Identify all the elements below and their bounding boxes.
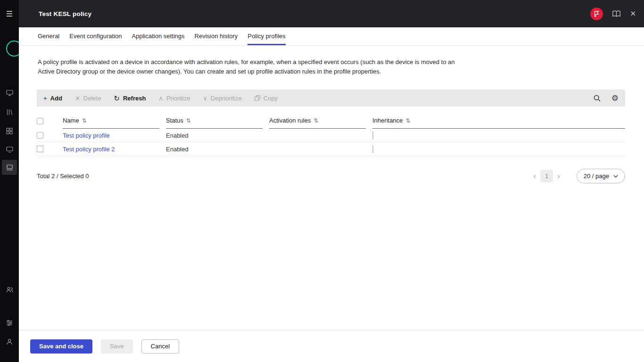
toolbar-right-actions: ⚙ [593, 94, 619, 102]
tab-policy-profiles[interactable]: Policy profiles [248, 27, 285, 45]
column-header-status[interactable]: Status ⇅ [166, 117, 263, 129]
refresh-button[interactable]: ↻ Refresh [114, 95, 146, 102]
copy-button[interactable]: Copy [255, 95, 278, 102]
policy-profiles-description: A policy profile is activated on a devic… [38, 58, 456, 76]
devices-icon[interactable] [0, 147, 19, 153]
sort-icon: ⇅ [314, 117, 318, 124]
policies-nav-item-selected[interactable] [2, 160, 17, 175]
page-size-value: 20 / page [584, 173, 609, 180]
pagination-row: Total 2 / Selected 0 ‹ 1 › 20 / page [37, 169, 625, 183]
chevron-down-icon: ∨ [203, 95, 207, 101]
titlebar-actions: ✕ [590, 8, 644, 20]
table-row: Test policy profile 2 Enabled [37, 142, 625, 156]
column-header-activation-rules[interactable]: Activation rules ⇅ [269, 117, 366, 129]
assets-icon[interactable] [0, 109, 19, 115]
settings-sliders-icon[interactable] [0, 320, 19, 326]
applications-grid-icon[interactable] [0, 128, 19, 134]
tab-event-configuration[interactable]: Event configuration [69, 27, 122, 45]
pager: ‹ 1 › 20 / page [529, 169, 625, 183]
save-and-close-button[interactable]: Save and close [30, 339, 92, 354]
save-button[interactable]: Save [101, 339, 133, 354]
chevron-down-icon [613, 175, 618, 178]
column-header-inheritance[interactable]: Inheritance ⇅ [372, 117, 625, 129]
policy-properties-panel: General Event configuration Application … [19, 27, 644, 362]
add-button[interactable]: + Add [43, 95, 62, 102]
select-all-checkbox[interactable] [37, 118, 43, 124]
sort-icon: ⇅ [82, 117, 87, 124]
close-icon[interactable]: ✕ [630, 9, 636, 18]
main-menu-hamburger-icon[interactable]: ☰ [0, 0, 19, 27]
chevron-up-icon: ∧ [158, 95, 163, 101]
console-account-icon[interactable] [0, 338, 19, 345]
policy-tabs: General Event configuration Application … [19, 27, 644, 46]
prioritize-button-label: Prioritize [166, 95, 190, 102]
license-status-badge[interactable] [590, 8, 603, 20]
users-icon[interactable] [0, 287, 19, 293]
refresh-button-label: Refresh [123, 95, 146, 102]
inheritance-checkbox-disabled [372, 132, 373, 140]
column-settings-gear-icon[interactable]: ⚙ [611, 94, 619, 102]
current-page-button[interactable]: 1 [540, 170, 553, 182]
tab-application-settings[interactable]: Application settings [132, 27, 185, 45]
delete-button[interactable]: ✕ Delete [75, 95, 101, 102]
left-nav-sidebar: ☰ [0, 0, 19, 362]
profiles-toolbar: + Add ✕ Delete ↻ Refresh ∧ Prioritize ∨ … [37, 90, 625, 107]
row-checkbox[interactable] [37, 132, 43, 139]
row-checkbox[interactable] [37, 146, 43, 152]
profile-name-link[interactable]: Test policy profile 2 [63, 146, 115, 153]
table-header-row: Name ⇅ Status ⇅ Activation rules ⇅ Inher… [37, 117, 625, 129]
tab-revision-history[interactable]: Revision history [195, 27, 238, 45]
table-row: Test policy profile Enabled [37, 129, 625, 142]
refresh-icon: ↻ [114, 95, 120, 102]
copy-icon [255, 95, 260, 101]
help-documentation-icon[interactable] [612, 10, 621, 17]
column-header-activation-rules-label: Activation rules [269, 117, 311, 124]
delete-x-icon: ✕ [75, 95, 80, 101]
profile-status: Enabled [166, 146, 263, 153]
kaspersky-logo-icon [6, 41, 19, 57]
sort-icon: ⇅ [405, 117, 410, 124]
next-page-chevron-icon[interactable]: › [553, 172, 564, 180]
inheritance-checkbox-disabled [372, 145, 373, 153]
column-header-status-label: Status [166, 117, 183, 124]
page-size-dropdown[interactable]: 20 / page [577, 169, 625, 183]
cancel-button[interactable]: Cancel [141, 339, 179, 354]
tab-general[interactable]: General [38, 27, 59, 45]
profile-status: Enabled [166, 132, 263, 139]
deprioritize-button-label: Deprioritize [211, 95, 242, 102]
deprioritize-button[interactable]: ∨ Deprioritize [203, 95, 241, 102]
profile-name-link[interactable]: Test policy profile [63, 132, 110, 139]
action-footer: Save and close Save Cancel [19, 330, 644, 362]
column-header-name-label: Name [63, 117, 79, 124]
plus-icon: + [43, 95, 47, 101]
previous-page-chevron-icon[interactable]: ‹ [529, 172, 540, 180]
column-header-inheritance-label: Inheritance [372, 117, 403, 124]
policy-profiles-table: Name ⇅ Status ⇅ Activation rules ⇅ Inher… [37, 117, 625, 156]
copy-button-label: Copy [264, 95, 278, 102]
window-title: Test KESL policy [19, 10, 91, 17]
window-titlebar: Test KESL policy ✕ [19, 0, 644, 27]
selection-summary: Total 2 / Selected 0 [37, 173, 89, 180]
flag-icon [594, 11, 599, 17]
column-header-name[interactable]: Name ⇅ [63, 117, 159, 129]
search-icon[interactable] [593, 94, 601, 102]
add-button-label: Add [50, 95, 62, 102]
prioritize-button[interactable]: ∧ Prioritize [158, 95, 190, 102]
delete-button-label: Delete [83, 95, 101, 102]
sort-icon: ⇅ [186, 117, 191, 124]
monitoring-icon[interactable] [0, 90, 19, 96]
